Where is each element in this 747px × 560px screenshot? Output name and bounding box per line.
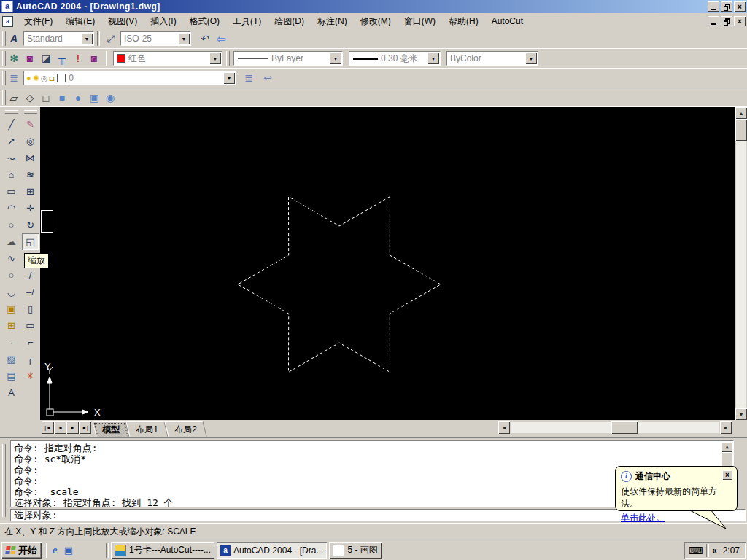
rotate-button[interactable]: ↻ [22,217,39,233]
task-autocut-card[interactable]: 1号卡---AutoCut----... [111,542,214,559]
rectangle-button[interactable]: ▭ [3,183,20,200]
offset-button[interactable]: ≋ [22,166,39,183]
scale-button[interactable]: ◱ [22,233,39,250]
lineweight-combo[interactable]: 0.30 毫米 ▼ [349,51,441,66]
lineweight-dropdown-icon[interactable]: ▼ [427,52,439,64]
layer-previous-button[interactable]: ↩ [260,70,276,86]
start-button[interactable]: 开始 [1,542,42,559]
menu-item-5[interactable]: 工具(T) [226,14,268,29]
vscroll-track[interactable] [735,119,747,408]
move-button[interactable]: ✛ [22,200,39,217]
copy-button[interactable]: ◎ [22,133,39,149]
cmd-scroll-up-icon[interactable]: ▲ [721,442,732,452]
task-autocad[interactable]: aAutoCAD 2004 - [Dra... [217,542,327,559]
minimize-button[interactable] [708,1,719,12]
gouraud-edges-button[interactable]: ◉ [102,90,118,106]
app-icon[interactable]: a [1,1,13,12]
revcloud-button[interactable]: ☁ [3,233,20,250]
plotstyle-combo[interactable]: ByColor ▼ [446,51,538,66]
linetype-combo[interactable]: ByLayer ▼ [233,51,343,66]
2d-wireframe-button[interactable]: ▱ [6,90,22,106]
back-button[interactable]: ⇦ [213,31,229,47]
3d-wireframe-button[interactable]: ◇ [22,90,38,106]
autocut-frame-button[interactable]: ◙ [22,50,38,66]
scroll-left-icon[interactable]: ◄ [498,421,510,434]
flat-edges-button[interactable]: ▣ [86,90,102,106]
doc-minimize-button[interactable] [708,16,719,26]
tab-layout1[interactable]: 布局1 [125,421,168,437]
plotstyle-dropdown-icon[interactable]: ▼ [525,52,537,64]
color-dropdown-icon[interactable]: ▼ [209,52,221,64]
autocut-warning-button[interactable]: ! [70,50,86,66]
menu-item-8[interactable]: 修改(M) [354,14,398,29]
tab-nav-button-3[interactable]: ►| [79,421,91,434]
explode-button[interactable]: ✳ [22,368,39,384]
hatch-button[interactable]: ▨ [3,351,20,368]
ellipse-button[interactable]: ○ [3,267,20,284]
document-icon[interactable]: a [2,16,13,27]
layer-manager-button[interactable]: ≣ [241,70,257,86]
tab-layout2[interactable]: 布局2 [164,421,206,437]
task-paint[interactable]: 5 - 画图 [329,542,381,559]
scroll-right-icon[interactable]: ► [720,421,732,434]
doc-close-button[interactable]: × [734,16,746,26]
autocut-hammer-button[interactable]: ◪ [38,50,54,66]
array-button[interactable]: ⊞ [22,183,39,200]
toolbar-grip[interactable] [24,110,37,114]
ie-quicklaunch-icon[interactable]: e [49,545,61,556]
color-combo[interactable]: 红色 ▼ [113,51,222,66]
make-block-button[interactable]: ⊞ [3,317,20,334]
menu-item-2[interactable]: 视图(V) [101,14,144,29]
autocut-wand-button[interactable]: ✻ [6,50,22,66]
layer-dropdown-icon[interactable]: ▼ [223,72,235,84]
layers-button[interactable]: ≣ [6,70,22,86]
point-button[interactable]: · [3,334,20,351]
region-button[interactable]: ▤ [3,368,20,384]
dim-style-dropdown-icon[interactable]: ▼ [178,33,190,44]
gouraud-shaded-button[interactable]: ● [70,90,86,106]
dim-style-button[interactable]: ⤢ [103,31,119,47]
menu-item-11[interactable]: AutoCut [485,15,530,28]
scroll-up-icon[interactable]: ▲ [735,107,747,119]
close-button[interactable]: × [734,1,746,12]
toolbar-grip[interactable] [5,110,18,114]
linetype-dropdown-icon[interactable]: ▼ [330,52,341,64]
text-button[interactable]: A [3,384,20,401]
text-style-dropdown-icon[interactable]: ▼ [81,33,93,44]
line-button[interactable]: ╱ [3,116,20,133]
chamfer-button[interactable]: ⌐ [22,334,39,351]
extend-button[interactable]: –/ [22,284,39,300]
break-point-button[interactable]: ▯ [22,300,39,317]
arc-button[interactable]: ◠ [3,200,20,217]
balloon-close-button[interactable]: × [722,470,732,480]
circle-button[interactable]: ○ [3,217,20,233]
tab-nav-button-2[interactable]: ► [66,421,79,434]
menu-item-0[interactable]: 文件(F) [18,14,59,29]
construction-line-button[interactable]: ↗ [3,133,20,149]
scroll-down-icon[interactable]: ▼ [735,408,747,420]
dim-style-combo[interactable]: ISO-25 ▼ [120,31,191,46]
menu-item-9[interactable]: 窗口(W) [398,14,442,29]
tab-nav-button-0[interactable]: |◄ [42,421,54,434]
text-style-combo[interactable]: Standard ▼ [23,31,94,46]
ellipse-arc-button[interactable]: ◡ [3,284,20,300]
mirror-button[interactable]: ⋈ [22,149,39,166]
toolbar-grip[interactable] [226,51,230,66]
hscroll-thumb[interactable] [611,421,638,434]
tab-model[interactable]: 模型 [92,421,129,437]
flat-shaded-button[interactable]: ■ [54,90,70,106]
hidden-button[interactable]: ◻ [38,90,54,106]
menu-item-1[interactable]: 编辑(E) [59,14,101,29]
menu-item-7[interactable]: 标注(N) [311,14,354,29]
desktop-quicklaunch-icon[interactable]: ▣ [63,545,74,556]
layer-combo[interactable]: ●✺◎◘ 0 ▼ [23,71,236,85]
command-grip[interactable] [2,444,6,517]
canvas-hscrollbar[interactable]: ◄ ► [498,421,732,434]
polyline-button[interactable]: ↝ [3,149,20,166]
doc-restore-button[interactable] [721,16,732,26]
erase-button[interactable]: ✎ [22,116,39,133]
trim-button[interactable]: -/- [22,267,39,284]
restore-button[interactable] [721,1,732,12]
drawing-canvas[interactable]: Y X [40,107,735,420]
fillet-button[interactable]: ╭ [22,351,39,368]
